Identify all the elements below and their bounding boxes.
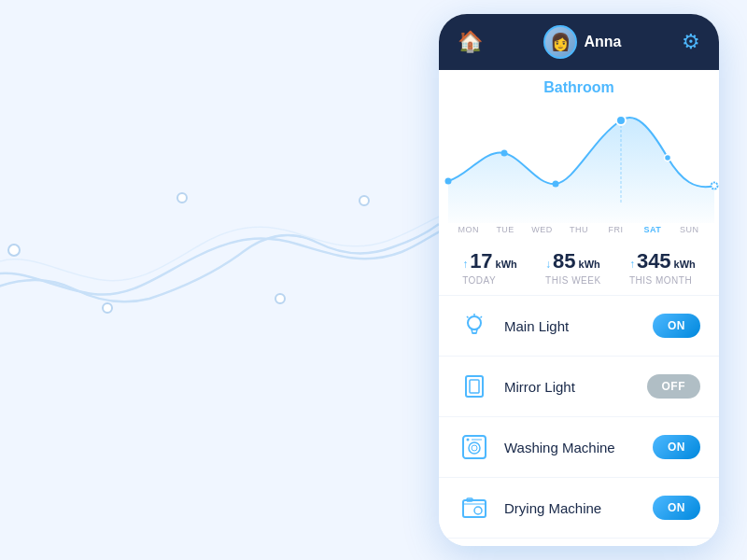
energy-chart [439, 102, 719, 223]
day-thu: THU [560, 225, 597, 234]
svg-point-12 [712, 183, 718, 189]
device-mirror-light: Mirror Light OFF [439, 357, 719, 417]
drying-machine-label: Drying Machine [504, 500, 640, 516]
user-section: 👩 Anna [543, 25, 622, 59]
main-light-label: Main Light [504, 318, 640, 334]
stat-month-arrow: ↑ [629, 258, 635, 271]
day-sun: SUN [671, 225, 708, 234]
bulb-icon [459, 311, 489, 341]
mirror-light-label: Mirror Light [504, 379, 634, 395]
svg-point-1 [103, 303, 112, 313]
washing-machine-toggle[interactable]: ON [653, 435, 700, 459]
svg-rect-19 [470, 380, 479, 393]
svg-point-2 [177, 193, 187, 203]
main-light-icon-wrap [458, 309, 491, 343]
device-drying-machine: Drying Machine ON [439, 478, 719, 539]
svg-point-4 [359, 196, 369, 205]
day-wed: WED [524, 225, 560, 234]
device-washing-machine: Washing Machine ON [439, 417, 719, 478]
mirror-icon [459, 371, 489, 401]
drying-machine-toggle[interactable]: ON [653, 496, 700, 520]
mirror-light-toggle[interactable]: OFF [647, 374, 701, 399]
chart-title: Bathroom [439, 79, 719, 96]
drying-machine-icon-wrap [458, 491, 491, 525]
svg-point-22 [472, 445, 477, 451]
day-mon: MON [450, 225, 486, 234]
phone-header: 🏠 👩 Anna ⚙ [439, 14, 719, 70]
svg-point-28 [474, 507, 482, 514]
svg-point-23 [467, 439, 470, 441]
washing-machine-icon [459, 432, 489, 462]
mirror-light-icon-wrap [458, 370, 491, 403]
stat-week-value: 85 [553, 249, 575, 273]
day-fri: FRI [598, 225, 634, 234]
avatar[interactable]: 👩 [543, 25, 577, 59]
statistic-item[interactable]: Statistic › [439, 539, 719, 546]
device-main-light: Main Light ON [439, 296, 719, 357]
drying-machine-icon [459, 493, 489, 523]
stat-week-arrow: ↓ [545, 258, 551, 271]
svg-point-11 [665, 155, 671, 161]
main-light-toggle[interactable]: ON [653, 314, 700, 338]
svg-point-9 [553, 181, 559, 188]
svg-point-0 [8, 245, 20, 256]
device-list: Main Light ON Mirror Light OFF [439, 296, 719, 546]
stat-today-arrow: ↑ [462, 258, 468, 271]
chart-area: Bathroom [439, 70, 719, 240]
stats-row: ↑ 17 kWh TODAY ↓ 85 kWh THIS WEEK ↑ 345 … [439, 240, 719, 296]
svg-line-16 [467, 316, 469, 318]
svg-point-10 [616, 116, 626, 125]
stat-today-unit: kWh [496, 259, 517, 270]
stat-today-value: 17 [470, 249, 492, 273]
svg-point-7 [445, 178, 452, 185]
washing-machine-label: Washing Machine [504, 440, 640, 455]
washing-machine-icon-wrap [458, 430, 491, 464]
stat-today: ↑ 17 kWh TODAY [462, 249, 517, 286]
svg-point-13 [468, 316, 481, 329]
stat-month: ↑ 345 kWh THIS MONTH [629, 249, 696, 286]
user-name: Anna [585, 34, 622, 50]
phone-container: 🏠 👩 Anna ⚙ Bathroom [439, 14, 719, 546]
day-sat[interactable]: SAT [634, 225, 670, 234]
stat-week: ↓ 85 kWh THIS WEEK [545, 249, 601, 286]
stat-week-unit: kWh [579, 259, 600, 270]
day-labels: MON TUE WED THU FRI SAT SUN [439, 223, 719, 240]
gear-icon[interactable]: ⚙ [682, 30, 700, 54]
svg-point-21 [469, 442, 480, 454]
stat-today-label: TODAY [462, 275, 496, 286]
stat-month-label: THIS MONTH [629, 275, 692, 286]
svg-point-3 [275, 294, 285, 303]
svg-point-8 [501, 150, 508, 157]
svg-line-17 [481, 316, 483, 318]
stat-month-unit: kWh [674, 259, 696, 270]
stat-month-value: 345 [637, 249, 671, 273]
stat-week-label: THIS WEEK [545, 275, 601, 286]
home-icon[interactable]: 🏠 [458, 30, 483, 54]
day-tue: TUE [486, 225, 523, 234]
